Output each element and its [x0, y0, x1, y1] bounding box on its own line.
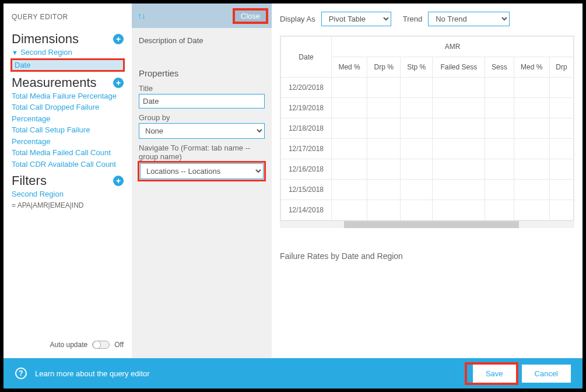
- value-cell: [401, 200, 433, 220]
- properties-panel: ↑↓ Close Description of Date Properties …: [132, 4, 272, 358]
- footer-bar: ? Learn more about the query editor Save…: [3, 358, 583, 388]
- value-cell: [367, 78, 401, 98]
- title-input[interactable]: [139, 94, 265, 108]
- reorder-icon[interactable]: ↑↓: [138, 11, 146, 20]
- value-cell: [331, 118, 367, 139]
- table-row: 12/16/2018: [281, 159, 574, 180]
- value-cell: [549, 200, 573, 220]
- measurement-item[interactable]: Total Call Setup Failure Percentage: [12, 124, 124, 147]
- navigate-label: Navigate To (Format: tab name -- group n…: [139, 144, 265, 161]
- table-row: 12/19/2018: [281, 98, 574, 118]
- value-cell: [367, 159, 401, 180]
- date-cell: 12/17/2018: [281, 139, 332, 159]
- value-cell: [485, 139, 514, 159]
- value-cell: [401, 159, 433, 180]
- date-cell: 12/20/2018: [281, 78, 332, 98]
- add-dimension-button[interactable]: +: [113, 34, 124, 44]
- navigate-select[interactable]: Locations -- Locations: [140, 163, 264, 179]
- value-cell: [331, 180, 367, 200]
- value-cell: [433, 159, 485, 180]
- auto-update-state: Off: [114, 341, 124, 349]
- filter-expression: = APA|AMR|EMEA|IND: [12, 201, 124, 209]
- table-row: 12/14/2018: [281, 200, 574, 220]
- value-cell: [549, 78, 573, 98]
- value-cell: [485, 180, 514, 200]
- results-panel: Display As Pivot Table Trend No Trend Da…: [272, 4, 583, 358]
- close-button[interactable]: Close: [235, 10, 266, 22]
- value-cell: [401, 98, 433, 118]
- filter-item[interactable]: Second Region: [12, 188, 124, 200]
- dimension-date[interactable]: Date: [12, 60, 124, 71]
- horizontal-scrollbar[interactable]: [280, 221, 574, 228]
- column-header: Stp %: [401, 57, 433, 78]
- value-cell: [331, 200, 367, 220]
- value-cell: [514, 78, 549, 98]
- value-cell: [433, 180, 485, 200]
- help-icon[interactable]: ?: [15, 368, 27, 379]
- value-cell: [514, 200, 549, 220]
- value-cell: [331, 159, 367, 180]
- row-header: Date: [281, 37, 332, 78]
- value-cell: [367, 139, 401, 159]
- value-cell: [401, 180, 433, 200]
- date-cell: 12/19/2018: [281, 98, 332, 118]
- value-cell: [367, 98, 401, 118]
- date-cell: 12/18/2018: [281, 118, 332, 139]
- sidebar: QUERY EDITOR Dimensions + ▼Second Region…: [3, 4, 132, 358]
- measurement-item[interactable]: Total CDR Available Call Count: [12, 159, 124, 170]
- value-cell: [433, 118, 485, 139]
- value-cell: [549, 139, 573, 159]
- chart-caption: Failure Rates by Date and Region: [280, 251, 574, 261]
- display-as-select[interactable]: Pivot Table: [321, 12, 391, 26]
- value-cell: [549, 118, 573, 139]
- column-header: Sess: [485, 57, 514, 78]
- value-cell: [433, 98, 485, 118]
- value-cell: [485, 98, 514, 118]
- value-cell: [331, 78, 367, 98]
- value-cell: [331, 139, 367, 159]
- value-cell: [514, 139, 549, 159]
- value-cell: [549, 159, 573, 180]
- measurement-item[interactable]: Total Media Failed Call Count: [12, 147, 124, 159]
- editor-title: QUERY EDITOR: [12, 13, 124, 21]
- properties-heading: Properties: [139, 68, 265, 78]
- filters-heading: Filters: [12, 173, 47, 188]
- value-cell: [401, 78, 433, 98]
- auto-update-toggle[interactable]: [92, 341, 110, 349]
- value-cell: [549, 180, 573, 200]
- value-cell: [401, 139, 433, 159]
- value-cell: [514, 180, 549, 200]
- value-cell: [433, 139, 485, 159]
- measurement-item[interactable]: Total Call Dropped Failure Percentage: [12, 102, 124, 124]
- dimensions-heading: Dimensions: [12, 32, 79, 47]
- cancel-button[interactable]: Cancel: [522, 365, 571, 383]
- date-cell: 12/15/2018: [281, 180, 332, 200]
- expand-icon: ▼: [12, 48, 18, 58]
- group-header: AMR: [331, 37, 573, 57]
- value-cell: [433, 78, 485, 98]
- value-cell: [514, 159, 549, 180]
- value-cell: [485, 78, 514, 98]
- column-header: Med %: [514, 57, 549, 78]
- trend-select[interactable]: No Trend: [428, 12, 510, 26]
- column-header: Med %: [331, 57, 367, 78]
- add-filter-button[interactable]: +: [113, 176, 124, 186]
- column-header: Drp: [549, 57, 573, 78]
- value-cell: [485, 200, 514, 220]
- table-row: 12/18/2018: [281, 118, 574, 139]
- measurement-item[interactable]: Total Media Failure Percentage: [12, 90, 124, 102]
- measurements-heading: Measurements: [12, 75, 97, 90]
- value-cell: [549, 98, 573, 118]
- group-by-select[interactable]: None: [139, 123, 265, 139]
- value-cell: [367, 118, 401, 139]
- value-cell: [367, 180, 401, 200]
- table-row: 12/17/2018: [281, 139, 574, 159]
- add-measurement-button[interactable]: +: [113, 78, 124, 88]
- help-text[interactable]: Learn more about the query editor: [35, 369, 150, 378]
- table-row: 12/20/2018: [281, 78, 574, 98]
- trend-label: Trend: [403, 15, 422, 23]
- value-cell: [331, 98, 367, 118]
- dimension-second-region[interactable]: ▼Second Region: [12, 47, 124, 58]
- value-cell: [485, 118, 514, 139]
- save-button[interactable]: Save: [473, 365, 516, 383]
